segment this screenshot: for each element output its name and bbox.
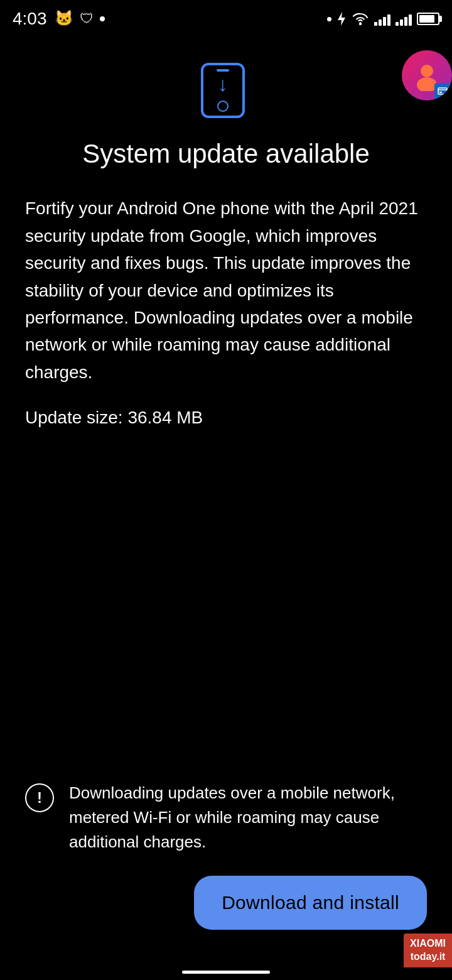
notification-dot (100, 16, 105, 21)
wifi-icon (352, 12, 369, 26)
cat-icon: 🐱 (55, 9, 73, 28)
status-dot-right (327, 17, 331, 21)
update-phone-icon: ↓ (201, 63, 251, 119)
svg-point-2 (421, 65, 433, 77)
status-icons-left: 🐱 🛡 (55, 9, 105, 28)
avatar-circle (402, 50, 452, 101)
update-size: Update size: 36.84 MB (25, 405, 427, 431)
download-install-button[interactable]: Download and install (194, 876, 427, 930)
status-right (327, 12, 439, 26)
phone-outline: ↓ (201, 63, 245, 118)
description-body: Fortify your Android One phone with the … (25, 195, 427, 386)
watermark-line1: XIAOMI (410, 938, 446, 949)
svg-marker-0 (338, 12, 345, 26)
warning-section: ! Downloading updates over a mobile netw… (0, 768, 452, 867)
status-time: 4:03 (13, 9, 47, 29)
watermark-line2: today.it (411, 951, 446, 962)
page-title: System update available (25, 138, 427, 170)
svg-rect-5 (439, 92, 442, 93)
avatar-badge (434, 83, 451, 99)
nav-bar (182, 971, 270, 974)
update-icon-container: ↓ (25, 63, 427, 119)
svg-rect-4 (438, 88, 447, 94)
warning-icon: ! (25, 783, 54, 812)
shield-icon: 🛡 (80, 11, 94, 27)
watermark: XIAOMI today.it (404, 934, 452, 967)
flash-icon (336, 12, 347, 26)
download-arrow-icon: ↓ (218, 74, 228, 94)
signal-icon-2 (396, 12, 412, 26)
signal-icon-1 (374, 12, 390, 26)
svg-point-1 (359, 23, 362, 25)
status-left: 4:03 🐱 🛡 (13, 9, 105, 29)
main-content: ↓ System update available Fortify your A… (0, 50, 452, 444)
avatar[interactable] (402, 50, 452, 107)
warning-text: Downloading updates over a mobile networ… (69, 781, 427, 854)
battery-icon (417, 13, 439, 25)
status-bar: 4:03 🐱 🛡 (0, 0, 452, 38)
